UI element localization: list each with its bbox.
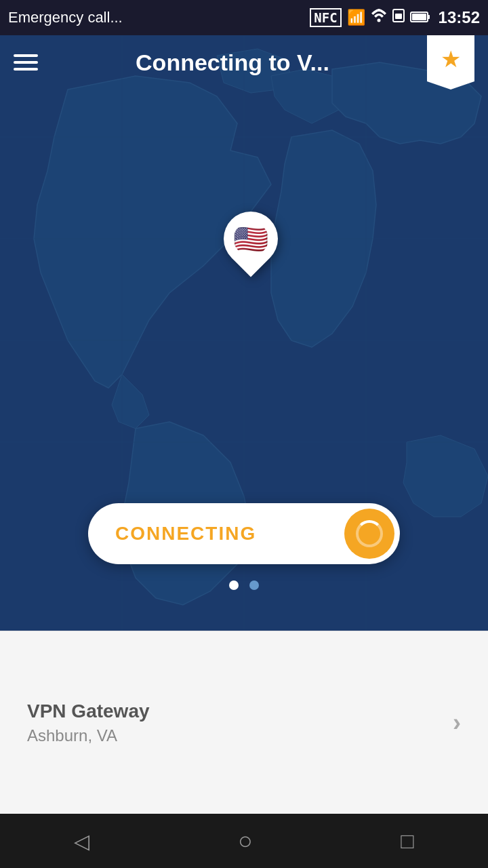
- sim-icon: [392, 9, 405, 26]
- dot-1: [229, 580, 239, 590]
- header-title: Connecting to V...: [136, 50, 329, 76]
- recent-apps-button[interactable]: □: [401, 829, 413, 854]
- star-icon: ★: [441, 45, 461, 73]
- status-icons: NFC 📶 13:52: [310, 8, 480, 27]
- pin-circle: 🇺🇸: [212, 200, 289, 277]
- header-bar: Connecting to V... ★: [0, 35, 488, 90]
- bookmark-button[interactable]: ★: [427, 35, 474, 90]
- chevron-right-icon: ›: [453, 709, 461, 737]
- battery-icon: [410, 9, 430, 26]
- svg-rect-2: [395, 14, 402, 19]
- connect-section: CONNECTING: [0, 503, 488, 590]
- menu-button[interactable]: [14, 54, 38, 71]
- status-bar: Emergency call... NFC 📶 13:52: [0, 0, 488, 35]
- connect-label: CONNECTING: [115, 523, 256, 545]
- svg-rect-4: [428, 15, 430, 19]
- status-time: 13:52: [439, 8, 480, 27]
- back-button[interactable]: ◁: [74, 829, 89, 853]
- dot-2: [249, 580, 259, 590]
- home-button[interactable]: ○: [238, 827, 253, 855]
- gateway-info-section[interactable]: VPN Gateway Ashburn, VA ›: [0, 631, 488, 814]
- nfc-icon: NFC: [310, 8, 341, 27]
- svg-rect-5: [412, 14, 426, 20]
- pagination-dots: [229, 580, 259, 590]
- loading-spinner: [356, 520, 383, 547]
- map-section: Connecting to V... ★ 🇺🇸 CONNECTING: [0, 35, 488, 631]
- bottom-nav: ◁ ○ □: [0, 814, 488, 868]
- gateway-subtitle: Ashburn, VA: [27, 726, 150, 745]
- connect-spinner-button[interactable]: [344, 509, 394, 559]
- emergency-call-text: Emergency call...: [8, 9, 123, 26]
- gateway-info-text: VPN Gateway Ashburn, VA: [27, 701, 150, 745]
- gateway-title: VPN Gateway: [27, 701, 150, 722]
- phone-icon: 📶: [347, 9, 365, 26]
- pin-flag: 🇺🇸: [233, 222, 268, 256]
- map-pin: 🇺🇸: [224, 212, 278, 277]
- connect-pill[interactable]: CONNECTING: [88, 503, 400, 564]
- wifi-icon: [371, 9, 387, 26]
- svg-point-0: [377, 19, 380, 22]
